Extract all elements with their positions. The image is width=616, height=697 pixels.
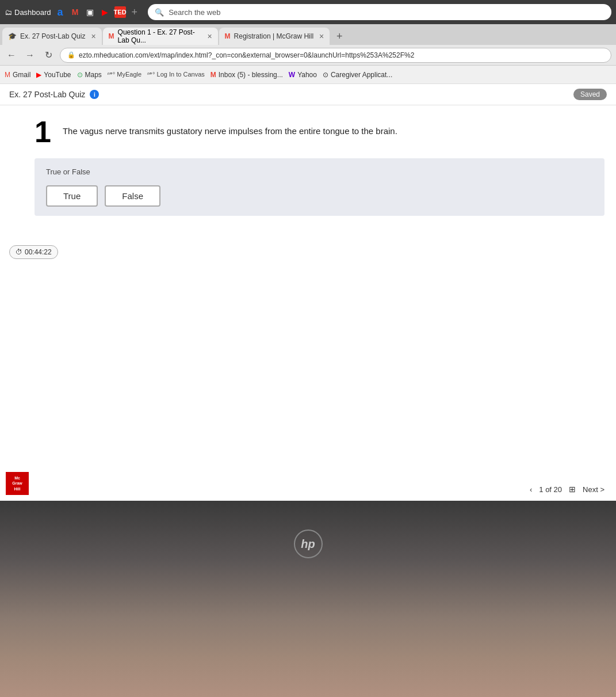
tab-question1-active[interactable]: M Question 1 - Ex. 27 Post-Lab Qu... ×	[103, 28, 218, 45]
address-bar: ← → ↻ 🔒 ezto.mheducation.com/ext/map/ind…	[0, 45, 616, 66]
search-icon: 🔍	[155, 8, 164, 17]
question-text: The vagus nerve transmits gustatory nerv…	[63, 117, 397, 138]
answer-section: True or False True False	[35, 158, 604, 216]
bookmark-caregiver[interactable]: ⊙ Caregiver Applicat...	[323, 71, 392, 79]
page-content: Ex. 27 Post-Lab Quiz i Saved 1 The vagus…	[0, 84, 616, 501]
maps-label: Maps	[85, 71, 102, 79]
answer-type: True or False	[46, 167, 593, 176]
saved-badge: Saved	[573, 89, 607, 100]
pagination-info: 1 of 20	[539, 485, 562, 494]
tab-postlab-quiz-1[interactable]: 🎓 Ex. 27 Post-Lab Quiz ×	[2, 28, 102, 45]
square-icon[interactable]: ▣	[85, 6, 96, 18]
timer-icon: ⏱	[16, 248, 22, 256]
bookmark-inbox[interactable]: M Inbox (5) - blessing...	[211, 71, 283, 79]
forward-button[interactable]: →	[23, 48, 37, 62]
true-button[interactable]: True	[46, 185, 98, 207]
next-button[interactable]: Next >	[583, 485, 604, 494]
current-page: 1	[539, 485, 543, 494]
info-icon[interactable]: i	[90, 90, 99, 99]
quiz-header: Ex. 27 Post-Lab Quiz i Saved	[0, 84, 616, 105]
back-button[interactable]: ←	[5, 48, 18, 62]
timer-value: 00:44:22	[25, 248, 52, 256]
question-number: 1	[35, 117, 51, 147]
mcgraw-hill-logo: Mc Graw Hill	[6, 472, 29, 495]
facebook-icon[interactable]: a	[55, 6, 66, 18]
url-input[interactable]: 🔒 ezto.mheducation.com/ext/map/index.htm…	[60, 48, 611, 63]
quiz-page-title: Ex. 27 Post-Lab Quiz	[9, 90, 85, 99]
bookmark-gmail[interactable]: M Gmail	[5, 71, 30, 79]
tab2-close[interactable]: ×	[207, 32, 212, 41]
bookmark-myeagle[interactable]: ⁿᵒ° MyEagle	[108, 71, 141, 78]
gmail-icon: M	[5, 71, 10, 79]
caregiver-label: Caregiver Applicat...	[331, 71, 392, 79]
tab2-label: Question 1 - Ex. 27 Post-Lab Qu...	[118, 28, 202, 44]
false-button[interactable]: False	[105, 185, 160, 207]
tab-bar: 🎓 Ex. 27 Post-Lab Quiz × M Question 1 - …	[0, 24, 616, 45]
new-tab-button[interactable]: +	[331, 28, 348, 45]
browser-window: 🗂 Dashboard a M ▣ ▶ TED + 🔍 Search the w…	[0, 0, 616, 501]
grid-icon[interactable]: ⊞	[569, 485, 576, 494]
dashboard-item[interactable]: 🗂 Dashboard	[5, 8, 51, 17]
total-pages: 20	[554, 485, 562, 494]
myeagle-label: ⁿᵒ° MyEagle	[108, 71, 141, 78]
page-separator: of	[545, 485, 553, 494]
hp-logo: hp	[294, 530, 323, 558]
gmail-label: Gmail	[13, 71, 30, 79]
prev-icon: ‹	[530, 485, 532, 494]
bookmark-youtube[interactable]: ▶ YouTube	[36, 71, 71, 79]
mgh-line2: Graw	[12, 481, 22, 486]
canvas-label: ⁿᵒ° Log In to Canvas	[147, 71, 205, 78]
mgh-line3: Hill	[14, 486, 21, 492]
gmail-titlebar-icon[interactable]: M	[70, 6, 81, 18]
tab-registration[interactable]: M Registration | McGraw Hill ×	[219, 28, 330, 45]
maps-icon: ⊙	[77, 71, 83, 79]
tab2-icon: M	[109, 32, 114, 40]
search-bar[interactable]: 🔍 Search the web	[148, 4, 611, 20]
answer-buttons: True False	[46, 185, 593, 207]
inbox-label: Inbox (5) - blessing...	[219, 71, 283, 79]
question-area: 1 The vagus nerve transmits gustatory ne…	[0, 105, 616, 227]
ted-icon[interactable]: TED	[114, 6, 126, 18]
title-bar: 🗂 Dashboard a M ▣ ▶ TED + 🔍 Search the w…	[0, 0, 616, 24]
separator: +	[132, 6, 138, 18]
tab3-icon: M	[225, 32, 231, 40]
tab1-icon: 🎓	[8, 32, 17, 40]
tab3-label: Registration | McGraw Hill	[234, 32, 313, 40]
dashboard-icon: 🗂	[5, 8, 12, 17]
tab3-close[interactable]: ×	[319, 32, 324, 41]
laptop-bezel: hp	[0, 501, 616, 697]
inbox-icon: M	[211, 71, 216, 79]
pagination-bar: ‹ 1 of 20 ⊞ Next >	[530, 485, 604, 494]
search-placeholder: Search the web	[169, 8, 220, 17]
timer: ⏱ 00:44:22	[9, 245, 58, 259]
question-row: 1 The vagus nerve transmits gustatory ne…	[35, 117, 604, 147]
next-label: Next >	[583, 485, 604, 494]
tab1-label: Ex. 27 Post-Lab Quiz	[20, 32, 85, 40]
bookmark-canvas[interactable]: ⁿᵒ° Log In to Canvas	[147, 71, 205, 78]
youtube-label: YouTube	[44, 71, 71, 79]
yahoo-label: Yahoo	[297, 71, 317, 79]
bookmark-maps[interactable]: ⊙ Maps	[77, 71, 102, 79]
mgh-line1: Mc	[14, 475, 20, 481]
caregiver-icon: ⊙	[323, 71, 328, 79]
bookmark-yahoo[interactable]: W Yahoo	[289, 71, 317, 79]
yahoo-icon: W	[289, 71, 295, 79]
tab1-close[interactable]: ×	[91, 32, 95, 41]
url-text: ezto.mheducation.com/ext/map/index.html?…	[79, 51, 414, 59]
dashboard-label: Dashboard	[14, 8, 51, 17]
bookmarks-bar: M Gmail ▶ YouTube ⊙ Maps ⁿᵒ° MyEagle ⁿᵒ°…	[0, 66, 616, 84]
youtube-icon: ▶	[36, 71, 41, 79]
reload-button[interactable]: ↻	[41, 48, 55, 62]
youtube-titlebar-icon[interactable]: ▶	[100, 6, 111, 18]
